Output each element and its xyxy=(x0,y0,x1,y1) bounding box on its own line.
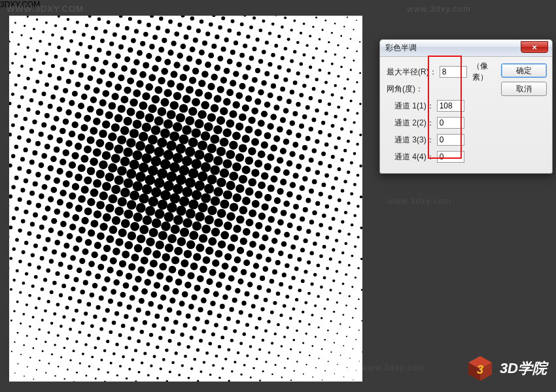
svg-point-155 xyxy=(171,41,176,46)
svg-point-559 xyxy=(344,211,347,214)
svg-point-308 xyxy=(112,63,118,69)
svg-point-954 xyxy=(324,308,326,310)
svg-point-511 xyxy=(50,95,56,100)
channel-4-input[interactable] xyxy=(437,151,464,163)
svg-point-120 xyxy=(230,50,235,55)
svg-point-215 xyxy=(249,86,255,93)
svg-point-332 xyxy=(258,120,265,127)
svg-point-583 xyxy=(117,135,126,144)
svg-point-526 xyxy=(280,179,287,186)
svg-point-1055 xyxy=(119,260,126,267)
svg-point-160 xyxy=(125,26,130,31)
svg-point-822 xyxy=(90,189,99,197)
svg-point-148 xyxy=(236,61,242,67)
svg-point-381 xyxy=(160,98,169,106)
svg-point-1133 xyxy=(123,282,130,289)
svg-point-463 xyxy=(135,110,144,119)
svg-point-1128 xyxy=(169,298,175,304)
channel-2-input[interactable] xyxy=(437,117,464,129)
svg-point-139 xyxy=(321,90,324,93)
max-radius-input[interactable] xyxy=(440,66,467,78)
svg-point-512 xyxy=(42,91,46,96)
svg-point-740 xyxy=(114,176,124,185)
svg-point-878 xyxy=(301,279,305,283)
svg-point-1253 xyxy=(77,299,82,304)
svg-point-429 xyxy=(84,84,90,90)
svg-point-388 xyxy=(96,78,103,84)
svg-point-627 xyxy=(69,131,75,137)
svg-point-314 xyxy=(57,46,61,50)
svg-point-929 xyxy=(193,253,201,261)
svg-point-764 xyxy=(262,235,268,241)
svg-point-492 xyxy=(226,150,235,159)
svg-point-751 xyxy=(14,145,18,149)
svg-point-256 xyxy=(226,89,234,96)
svg-point-828 xyxy=(35,172,41,177)
ok-button-label: 确定 xyxy=(516,65,532,76)
svg-point-812 xyxy=(182,218,192,228)
svg-point-896 xyxy=(130,222,139,231)
svg-point-1014 xyxy=(131,253,139,261)
svg-point-768 xyxy=(224,221,232,230)
svg-point-434 xyxy=(39,71,43,74)
svg-point-1304 xyxy=(193,358,196,361)
svg-point-1397 xyxy=(135,380,137,382)
svg-point-10 xyxy=(324,20,326,22)
svg-point-1341 xyxy=(97,336,100,340)
svg-point-646 xyxy=(261,203,268,210)
svg-point-1332 xyxy=(181,364,184,367)
svg-point-101 xyxy=(168,20,173,24)
svg-point-998 xyxy=(283,304,287,308)
svg-point-860 xyxy=(96,201,105,209)
svg-point-300 xyxy=(186,86,194,93)
svg-point-1340 xyxy=(106,340,109,343)
svg-point-865 xyxy=(50,187,57,193)
channel-3-input[interactable] xyxy=(437,134,464,146)
svg-point-262 xyxy=(171,71,178,78)
close-button[interactable]: ✕ xyxy=(521,41,548,53)
svg-point-102 xyxy=(159,16,163,20)
channel-3-label: 通道 3(3)： xyxy=(394,135,434,146)
svg-point-1167 xyxy=(176,310,181,316)
svg-point-1054 xyxy=(128,263,135,270)
svg-point-312 xyxy=(75,51,80,56)
svg-point-1259 xyxy=(22,282,25,285)
svg-point-1241 xyxy=(190,336,194,340)
svg-point-423 xyxy=(139,101,147,110)
svg-point-1177 xyxy=(83,280,88,286)
svg-point-121 xyxy=(221,46,226,52)
svg-point-1429 xyxy=(54,375,56,376)
svg-point-1250 xyxy=(105,308,110,312)
svg-point-519 xyxy=(347,201,351,204)
svg-point-457 xyxy=(191,128,201,138)
svg-point-419 xyxy=(176,113,185,122)
svg-point-216 xyxy=(239,83,246,90)
svg-point-494 xyxy=(207,144,217,154)
ok-button[interactable]: 确定 xyxy=(501,63,547,78)
logo-text: 3D学院 xyxy=(500,359,547,378)
svg-point-70 xyxy=(246,35,250,39)
channel-1-input[interactable] xyxy=(437,100,464,112)
svg-point-1004 xyxy=(226,285,232,291)
dialog-titlebar[interactable]: 彩色半调 ✕ xyxy=(380,40,552,57)
svg-point-233 xyxy=(82,33,86,37)
svg-point-408 xyxy=(280,148,287,154)
svg-point-1160 xyxy=(243,333,246,336)
svg-point-644 xyxy=(281,210,287,216)
svg-point-244 xyxy=(340,127,343,131)
svg-point-971 xyxy=(162,253,170,261)
svg-point-1330 xyxy=(200,370,202,373)
svg-point-833 xyxy=(351,286,353,288)
cancel-button[interactable]: 取消 xyxy=(501,82,547,96)
svg-point-222 xyxy=(183,65,190,71)
svg-point-282 xyxy=(356,143,358,146)
svg-point-980 xyxy=(78,227,86,234)
svg-point-605 xyxy=(274,197,281,204)
svg-point-344 xyxy=(145,83,153,91)
svg-point-566 xyxy=(277,188,283,195)
svg-point-210 xyxy=(296,102,300,106)
svg-point-125 xyxy=(184,35,189,40)
svg-point-357 xyxy=(27,46,29,49)
svg-point-1299 xyxy=(240,374,242,376)
svg-point-951 xyxy=(352,317,353,318)
